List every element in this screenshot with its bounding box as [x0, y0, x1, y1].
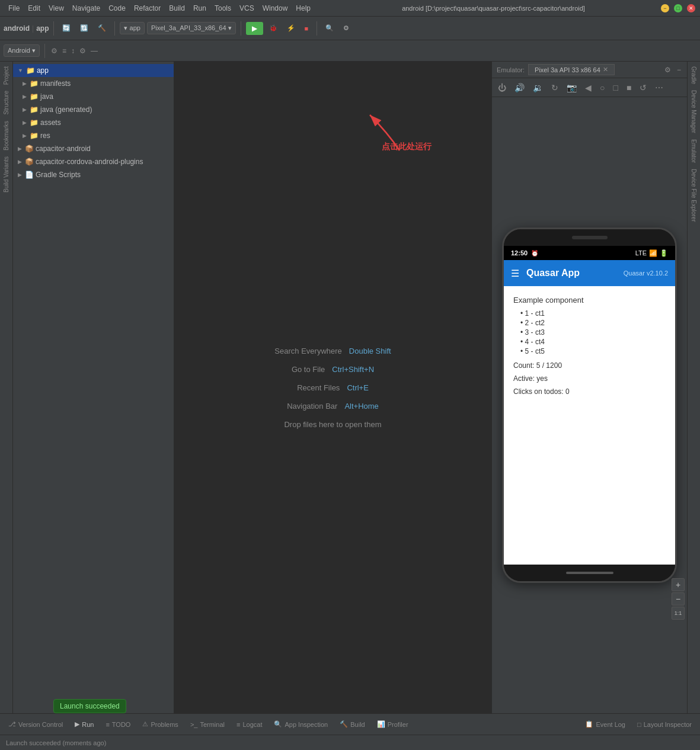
menu-edit[interactable]: Edit — [24, 3, 44, 14]
profile-btn[interactable]: ⚡ — [283, 23, 299, 34]
settings-btn[interactable]: ⚙ — [340, 23, 353, 34]
emulator-settings-btn[interactable]: ⚙ — [663, 65, 672, 75]
tab-problems[interactable]: ⚠ Problems — [139, 719, 181, 729]
module-icon-capacitor: 📦 — [25, 145, 34, 153]
minimize-button[interactable]: − — [661, 4, 669, 12]
phone-app-title: Quasar App — [526, 268, 616, 278]
panel-settings-btn[interactable]: ⚙ — [50, 46, 59, 56]
run-button[interactable]: ▶ — [246, 22, 263, 35]
tab-logcat[interactable]: ≡ Logcat — [233, 720, 266, 729]
hammer-btn[interactable]: 🔨 — [94, 23, 110, 34]
left-tabs: Project Structure Bookmarks Build Varian… — [0, 62, 13, 713]
home-btn[interactable]: ○ — [597, 82, 607, 94]
tab-structure[interactable]: Structure — [2, 88, 11, 117]
tab-todo[interactable]: ≡ TODO — [102, 720, 134, 729]
menu-tools[interactable]: Tools — [211, 3, 235, 14]
tree-item-app[interactable]: ▼ 📁 app — [13, 64, 174, 77]
tab-project[interactable]: Project — [2, 64, 11, 87]
tab-build[interactable]: 🔨 Build — [336, 719, 368, 729]
tab-build-variants[interactable]: Build Variants — [2, 154, 11, 195]
tree-item-capacitor[interactable]: ▶ 📦 capacitor-android — [13, 142, 174, 155]
terminal-label: Terminal — [200, 721, 225, 728]
tree-item-java-generated[interactable]: ▶ 📁 java (generated) — [13, 103, 174, 116]
tab-device-manager[interactable]: Device Manager — [689, 88, 698, 136]
emulator-collapse-btn[interactable]: − — [676, 65, 682, 75]
tree-item-java[interactable]: ▶ 📁 java — [13, 90, 174, 103]
editor-area: Search Everywhere Double Shift Go to Fil… — [174, 62, 491, 713]
todo-icon: ≡ — [106, 721, 109, 728]
back-btn[interactable]: ◀ — [583, 82, 594, 94]
tree-label-res: res — [40, 132, 50, 140]
tab-emulator[interactable]: Emulator — [689, 137, 698, 165]
launch-succeeded-tooltip: Launch succeeded — [53, 699, 126, 713]
panel-close-btn[interactable]: — — [90, 46, 99, 56]
square-btn[interactable]: □ — [610, 82, 620, 94]
window-controls[interactable]: − □ ✕ — [661, 4, 695, 12]
menu-build[interactable]: Build — [165, 3, 188, 14]
tab-bookmarks[interactable]: Bookmarks — [2, 118, 11, 153]
tab-event-log[interactable]: 📋 Event Log — [581, 719, 629, 729]
problems-label: Problems — [151, 721, 178, 728]
tab-app-inspection[interactable]: 🔍 App Inspection — [270, 719, 331, 729]
zoom-minus-btn[interactable]: − — [672, 592, 685, 605]
more-btn[interactable]: ⋯ — [653, 82, 666, 94]
menu-refactor[interactable]: Refactor — [130, 3, 164, 14]
hamburger-icon[interactable]: ☰ — [511, 268, 519, 279]
emulator-tab[interactable]: Pixel 3a API 33 x86 64 ✕ — [528, 64, 615, 75]
restart-btn[interactable]: ↺ — [637, 82, 649, 94]
volume-down-btn[interactable]: 🔉 — [530, 82, 545, 94]
tab-profiler[interactable]: 📊 Profiler — [373, 719, 412, 729]
power-btn[interactable]: ⏻ — [496, 82, 509, 94]
rotate-btn[interactable]: ↻ — [549, 82, 561, 94]
panel-expand-btn[interactable]: ↕ — [70, 46, 76, 56]
panel-gear-btn[interactable]: ⚙ — [78, 46, 87, 56]
search-everywhere-btn[interactable]: 🔍 — [322, 23, 337, 34]
menu-run[interactable]: Run — [190, 3, 210, 14]
volume-up-btn[interactable]: 🔊 — [512, 82, 527, 94]
menu-help[interactable]: Help — [292, 3, 314, 14]
phone-clicks: Clicks on todos: 0 — [513, 387, 666, 396]
tab-version-control[interactable]: ⎇ Version Control — [5, 719, 66, 729]
refresh-btn[interactable]: 🔃 — [76, 23, 92, 34]
phone-app-version: Quasar v2.10.2 — [624, 270, 668, 277]
tree-item-res[interactable]: ▶ 📁 res — [13, 129, 174, 142]
tab-terminal[interactable]: >_ Terminal — [187, 720, 228, 729]
stop-app-btn[interactable]: ■ — [624, 82, 634, 94]
tab-run[interactable]: ▶ Run — [71, 719, 97, 729]
folder-icon-assets: 📁 — [30, 118, 39, 127]
tree-item-cordova[interactable]: ▶ 📦 capacitor-cordova-android-plugins — [13, 155, 174, 168]
device-dropdown[interactable]: Pixel_3a_API_33_x86_64 ▾ — [147, 22, 236, 34]
tab-layout-inspector[interactable]: □ Layout Inspector — [634, 719, 695, 729]
project-label: android — [4, 24, 30, 33]
menu-vcs[interactable]: VCS — [236, 3, 258, 14]
run-icon: ▶ — [75, 720, 79, 728]
menu-navigate[interactable]: Navigate — [69, 3, 104, 14]
menu-bar[interactable]: File Edit View Navigate Code Refactor Bu… — [5, 3, 314, 14]
bottom-status-message: Launch succeeded (moments ago) — [6, 739, 106, 746]
android-view-dropdown[interactable]: Android ▾ — [4, 44, 40, 57]
tree-item-assets[interactable]: ▶ 📁 assets — [13, 116, 174, 129]
maximize-button[interactable]: □ — [674, 4, 682, 12]
phone-frame: 12:50 ⏰ LTE 📶 🔋 ☰ Quasar App Quasar v2.1… — [502, 227, 677, 583]
panel-collapse-btn[interactable]: ≡ — [61, 46, 68, 56]
menu-code[interactable]: Code — [105, 3, 129, 14]
phone-container: 12:50 ⏰ LTE 📶 🔋 ☰ Quasar App Quasar v2.1… — [492, 97, 687, 713]
tab-gradle[interactable]: Gradle — [689, 64, 698, 86]
tree-item-manifests[interactable]: ▶ 📁 manifests — [13, 77, 174, 90]
tab-device-file-explorer[interactable]: Device File Explorer — [689, 166, 698, 224]
menu-window[interactable]: Window — [259, 3, 292, 14]
debug-btn[interactable]: 🐞 — [266, 23, 281, 34]
app-dropdown[interactable]: ▾ app — [120, 22, 144, 34]
screenshot-btn[interactable]: 📷 — [564, 82, 579, 94]
tree-item-gradle[interactable]: ▶ 📄 Gradle Scripts — [13, 168, 174, 181]
tree-label-capacitor: capacitor-android — [36, 145, 91, 153]
zoom-ratio-btn[interactable]: 1:1 — [672, 607, 685, 620]
menu-file[interactable]: File — [5, 3, 23, 14]
sync-btn[interactable]: 🔄 — [59, 23, 74, 34]
menu-view[interactable]: View — [45, 3, 68, 14]
launch-succeeded-text: Launch succeeded — [60, 702, 120, 710]
stop-btn[interactable]: ■ — [301, 23, 312, 34]
emulator-tab-close[interactable]: ✕ — [603, 66, 608, 73]
zoom-plus-btn[interactable]: + — [672, 578, 685, 591]
close-button[interactable]: ✕ — [687, 4, 695, 12]
